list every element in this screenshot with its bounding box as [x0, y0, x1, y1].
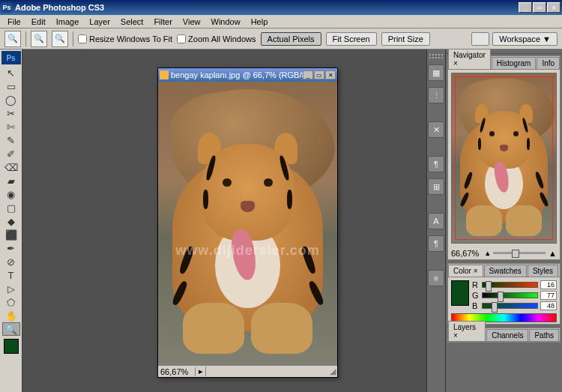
- g-slider[interactable]: [482, 292, 538, 298]
- navigator-zoom-field[interactable]: 66,67%: [451, 249, 483, 258]
- tab-channels[interactable]: Channels: [486, 329, 528, 341]
- tab-layers[interactable]: Layers ×: [448, 321, 486, 341]
- print-size-button[interactable]: Print Size: [381, 32, 430, 46]
- b-label: B: [472, 301, 480, 310]
- app-icon: Ps: [1, 2, 12, 13]
- app-title: Adobe Photoshop CS3: [15, 3, 519, 12]
- foreground-color-swatch[interactable]: [4, 339, 19, 354]
- dock-icon-5[interactable]: ⊞: [428, 178, 444, 195]
- menu-image[interactable]: Image: [52, 16, 84, 28]
- layers-panel: Layers × Channels Paths: [447, 328, 561, 343]
- doc-zoom-field[interactable]: 66,67%: [158, 367, 196, 376]
- b-value[interactable]: 48: [540, 301, 557, 310]
- document-window: bengay kaplanı.jpg @ 66,7% (RGB/8) _ ▭ ✕: [157, 67, 338, 378]
- color-swatch[interactable]: [451, 280, 469, 306]
- zoom-all-checkbox[interactable]: Zoom All Windows: [177, 34, 256, 43]
- separator: [73, 31, 73, 46]
- dock-icon-6[interactable]: A: [428, 213, 444, 229]
- dock-icon-1[interactable]: ▦: [428, 64, 444, 81]
- doc-minimize-button[interactable]: _: [303, 70, 313, 79]
- zoom-in-icon[interactable]: ▲: [549, 249, 557, 258]
- move-tool[interactable]: ↖: [2, 66, 20, 79]
- bridge-icon[interactable]: [471, 32, 489, 46]
- dock-grip[interactable]: [429, 54, 443, 58]
- tab-navigator[interactable]: Navigator ×: [448, 49, 491, 69]
- r-value[interactable]: 16: [540, 280, 557, 289]
- hand-tool[interactable]: ✋: [2, 309, 20, 322]
- r-slider[interactable]: [482, 282, 538, 288]
- blur-tool[interactable]: ⬛: [2, 228, 20, 241]
- zoom-in-icon[interactable]: 🔍: [31, 31, 47, 47]
- navigator-view-rect[interactable]: [455, 76, 553, 240]
- canvas-area: bengay kaplanı.jpg @ 66,7% (RGB/8) _ ▭ ✕: [22, 49, 426, 392]
- watermark: www.dijidersler.com: [158, 243, 337, 259]
- doc-maximize-button[interactable]: ▭: [314, 70, 324, 79]
- tab-paths[interactable]: Paths: [529, 329, 559, 341]
- dock-icon-7[interactable]: ¶: [428, 235, 444, 252]
- app-titlebar: Ps Adobe Photoshop CS3 _ ▭ ✕: [0, 0, 562, 15]
- dodge-tool[interactable]: ✒: [2, 241, 20, 255]
- panels-column: Navigator × Histogram Info: [446, 49, 562, 392]
- tab-swatches[interactable]: Swatches: [484, 265, 527, 277]
- toolbox: Ps ↖ ▭ ◯ ✂ ✄ ✎ ✐ ⌫ ▰ ◉ ▢ ◆ ⬛ ✒ ⊘ T ▷ ⬠ ✋…: [0, 49, 22, 392]
- healing-tool[interactable]: ✐: [2, 147, 20, 160]
- fit-screen-button[interactable]: Fit Screen: [326, 32, 377, 46]
- history-brush-tool[interactable]: ◉: [2, 187, 20, 201]
- menu-layer[interactable]: Layer: [85, 16, 115, 28]
- zoom-tool-icon[interactable]: 🔍: [4, 31, 21, 47]
- close-button[interactable]: ✕: [547, 2, 561, 13]
- doc-info-arrow[interactable]: ▸: [196, 367, 206, 376]
- zoom-out-icon[interactable]: 🔍: [52, 31, 68, 47]
- zoom-out-icon[interactable]: ▴: [486, 248, 490, 258]
- tab-histogram[interactable]: Histogram: [492, 57, 537, 69]
- dock-icon-3[interactable]: ✕: [428, 121, 444, 138]
- menu-filter[interactable]: Filter: [149, 16, 176, 28]
- path-select-tool[interactable]: ▷: [2, 282, 20, 295]
- eyedropper-tool[interactable]: ✎: [2, 133, 20, 147]
- lasso-tool[interactable]: ◯: [2, 93, 20, 106]
- separator: [25, 31, 26, 46]
- menu-window[interactable]: Window: [207, 16, 245, 28]
- r-label: R: [472, 280, 480, 289]
- file-icon: [160, 70, 169, 79]
- resize-windows-checkbox[interactable]: Resize Windows To Fit: [78, 34, 172, 43]
- navigator-zoom-slider[interactable]: [493, 252, 546, 254]
- quick-select-tool[interactable]: ✂: [2, 106, 20, 120]
- type-tool[interactable]: T: [2, 268, 20, 282]
- workspace-menu[interactable]: Workspace ▼: [492, 32, 558, 46]
- minimize-button[interactable]: _: [519, 2, 532, 13]
- navigator-panel: Navigator × Histogram Info: [447, 55, 561, 260]
- menu-help[interactable]: Help: [247, 16, 273, 28]
- g-label: G: [472, 291, 480, 300]
- dock-icon-8[interactable]: ≡: [428, 270, 444, 286]
- gradient-tool[interactable]: ◆: [2, 214, 20, 228]
- stamp-tool[interactable]: ▰: [2, 174, 20, 187]
- b-slider[interactable]: [482, 303, 538, 309]
- actual-pixels-button[interactable]: Actual Pixels: [261, 32, 321, 46]
- tab-info[interactable]: Info: [537, 57, 560, 69]
- document-image[interactable]: www.dijidersler.com: [158, 82, 337, 365]
- g-value[interactable]: 77: [540, 291, 557, 300]
- document-statusbar: 66,67% ▸ ◢: [158, 365, 337, 377]
- eraser-tool[interactable]: ▢: [2, 201, 20, 214]
- document-title: bengay kaplanı.jpg @ 66,7% (RGB/8): [171, 70, 303, 79]
- navigator-thumbnail[interactable]: [451, 73, 557, 244]
- dock-icon-2[interactable]: ⋮: [428, 87, 444, 103]
- menu-view[interactable]: View: [178, 16, 205, 28]
- crop-tool[interactable]: ✄: [2, 120, 20, 133]
- doc-close-button[interactable]: ✕: [325, 70, 336, 79]
- menu-file[interactable]: File: [3, 16, 25, 28]
- zoom-tool[interactable]: 🔍: [2, 322, 20, 336]
- tab-styles[interactable]: Styles: [528, 265, 558, 277]
- shape-tool[interactable]: ⬠: [2, 295, 20, 309]
- marquee-tool[interactable]: ▭: [2, 79, 20, 93]
- menu-edit[interactable]: Edit: [27, 16, 50, 28]
- dock-icon-4[interactable]: ¶: [428, 156, 444, 172]
- tab-color[interactable]: Color ×: [448, 265, 483, 277]
- document-titlebar[interactable]: bengay kaplanı.jpg @ 66,7% (RGB/8) _ ▭ ✕: [158, 68, 337, 82]
- restore-button[interactable]: ▭: [533, 2, 546, 13]
- pen-tool[interactable]: ⊘: [2, 255, 20, 268]
- brush-tool[interactable]: ⌫: [2, 160, 20, 174]
- resize-grip[interactable]: ◢: [328, 367, 337, 376]
- menu-select[interactable]: Select: [116, 16, 148, 28]
